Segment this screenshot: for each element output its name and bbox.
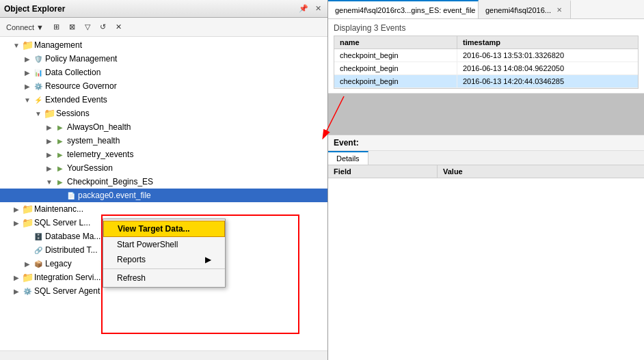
table-row[interactable]: checkpoint_begin 2016-06-13 14:20:44.034… — [334, 75, 638, 88]
tree-item-extended-events[interactable]: ▼ ⚡ Extended Events — [0, 93, 327, 107]
events-header: Displaying 3 Events — [334, 23, 639, 33]
expander-checkpoint[interactable]: ▼ — [44, 176, 55, 187]
events-area: Displaying 3 Events name timestamp check… — [328, 19, 644, 94]
tree-item-system-health[interactable]: ▶ ▶ system_health — [0, 134, 327, 148]
icon-sql-agent: ⚙️ — [22, 286, 33, 296]
icon-database-ma: 🗄️ — [33, 231, 44, 242]
label-policy-mgmt: Policy Management — [45, 54, 117, 64]
detail-grid-header: Field Value — [328, 165, 644, 178]
submenu-arrow-icon: ▶ — [205, 255, 211, 264]
context-menu: View Target Data... Start PowerShell Rep… — [103, 219, 226, 288]
expander-sql-agent[interactable]: ▶ — [11, 286, 22, 296]
tree-item-telemetry[interactable]: ▶ ▶ telemetry_xevents — [0, 148, 327, 161]
cell-ts-1: 2016-06-13 14:08:04.9622050 — [457, 62, 638, 74]
expander-legacy[interactable]: ▶ — [22, 258, 33, 269]
expander-integration[interactable]: ▶ — [11, 272, 22, 283]
label-maintenance: Maintenanc... — [34, 204, 83, 214]
refresh-button[interactable]: ↺ — [96, 20, 109, 33]
label-sql-agent: SQL Server Agent — [34, 286, 100, 296]
expander-database-ma — [22, 231, 33, 242]
table-row[interactable]: checkpoint_begin 2016-06-13 13:53:01.332… — [334, 49, 638, 62]
gray-area — [328, 94, 644, 135]
ctx-reports[interactable]: Reports ▶ — [103, 252, 225, 267]
ctx-view-target-label: View Target Data... — [118, 224, 190, 234]
icon-telemetry: ▶ — [55, 149, 66, 160]
stop-button[interactable]: ⊠ — [66, 20, 79, 33]
oe-tree[interactable]: ▼ 📁 Management ▶ 🛡️ Policy Management ▶ … — [0, 37, 327, 350]
tab-bar: genemi4f\sql2016rc3...gins_ES: event_fil… — [328, 0, 644, 19]
oe-toolbar: Connect ▼ ⊞ ⊠ ▽ ↺ ✕ — [0, 18, 327, 37]
icon-data-collection: 📊 — [33, 67, 44, 78]
expander-policy[interactable]: ▶ — [22, 53, 33, 64]
expander-sql-server[interactable]: ▶ — [11, 217, 22, 228]
label-integration: Integration Servi... — [34, 273, 100, 282]
detail-col-value: Value — [438, 165, 644, 178]
cell-name-2: checkpoint_begin — [334, 75, 457, 87]
icon-checkpoint: ▶ — [55, 176, 66, 187]
detail-tab-details[interactable]: Details — [328, 151, 368, 165]
detail-tabs: Details — [328, 151, 644, 165]
tree-item-resource-governor[interactable]: ▶ ⚙️ Resource Governor — [0, 79, 327, 93]
icon-legacy: 📦 — [33, 258, 44, 269]
ctx-refresh[interactable]: Refresh — [103, 271, 225, 286]
expander-resource[interactable]: ▶ — [22, 81, 33, 92]
label-checkpoint: Checkpoint_Begins_ES — [67, 177, 153, 186]
new-query-button[interactable]: ⊞ — [50, 20, 63, 33]
cell-ts-2: 2016-06-13 14:20:44.0346285 — [457, 75, 638, 87]
tree-item-your-session[interactable]: ▶ ▶ YourSession — [0, 161, 327, 175]
tab-other-close-icon[interactable]: ✕ — [555, 5, 563, 14]
label-your-session: YourSession — [67, 163, 113, 173]
tab-event-file[interactable]: genemi4f\sql2016rc3...gins_ES: event_fil… — [328, 0, 479, 18]
icon-resource: ⚙️ — [33, 81, 44, 92]
grid-header: name timestamp — [334, 36, 638, 49]
ctx-refresh-label: Refresh — [117, 273, 146, 283]
label-management: Management — [34, 40, 82, 50]
table-row[interactable]: checkpoint_begin 2016-06-13 14:08:04.962… — [334, 62, 638, 75]
ctx-separator — [103, 268, 225, 269]
tree-item-policy-mgmt[interactable]: ▶ 🛡️ Policy Management — [0, 52, 327, 66]
label-sql-server: SQL Server L... — [34, 218, 90, 227]
expander-data-collection[interactable]: ▶ — [22, 67, 33, 78]
folder-icon-management: 📁 — [22, 40, 33, 51]
oe-title-icons: 📌 ✕ — [297, 3, 323, 14]
icon-distributed: 🔗 — [33, 245, 44, 255]
tree-item-checkpoint[interactable]: ▼ ▶ Checkpoint_Begins_ES — [0, 175, 327, 189]
col-header-name: name — [334, 36, 457, 49]
event-detail-header: Event: — [328, 135, 644, 151]
tree-item-alwayson[interactable]: ▶ ▶ AlwaysOn_health — [0, 120, 327, 134]
label-telemetry: telemetry_xevents — [67, 150, 133, 159]
delete-button[interactable]: ✕ — [112, 20, 125, 33]
folder-icon-sql-server: 📁 — [22, 217, 33, 228]
ctx-view-target[interactable]: View Target Data... — [103, 221, 225, 237]
events-grid: name timestamp checkpoint_begin 2016-06-… — [334, 36, 639, 89]
folder-icon-sessions: 📁 — [44, 108, 55, 119]
label-system-health: system_health — [67, 136, 120, 146]
label-resource-governor: Resource Governor — [45, 81, 117, 91]
expander-your-session[interactable]: ▶ — [44, 163, 55, 174]
cell-name-0: checkpoint_begin — [334, 49, 457, 61]
tree-item-maintenance[interactable]: ▶ 📁 Maintenanc... — [0, 202, 327, 216]
expander-alwayson[interactable]: ▶ — [44, 122, 55, 133]
close-icon[interactable]: ✕ — [313, 3, 323, 14]
expander-maintenance[interactable]: ▶ — [11, 204, 22, 214]
expander-management[interactable]: ▼ — [11, 40, 22, 51]
object-explorer: Object Explorer 📌 ✕ Connect ▼ ⊞ ⊠ ▽ ↺ ✕ … — [0, 0, 328, 360]
icon-system-health: ▶ — [55, 135, 66, 146]
detail-tab-details-label: Details — [336, 154, 360, 163]
tree-item-data-collection[interactable]: ▶ 📊 Data Collection — [0, 66, 327, 79]
tree-item-management[interactable]: ▼ 📁 Management — [0, 38, 327, 52]
expander-system-health[interactable]: ▶ — [44, 135, 55, 146]
ctx-start-ps[interactable]: Start PowerShell — [103, 237, 225, 252]
detail-grid: Field Value — [328, 165, 644, 360]
horizontal-scrollbar[interactable] — [0, 350, 327, 360]
tree-item-package0[interactable]: 📄 package0.event_file — [0, 189, 327, 202]
expander-extended[interactable]: ▼ — [22, 94, 33, 105]
connect-button[interactable]: Connect ▼ — [3, 21, 47, 33]
tab-other[interactable]: genemi4f\sql2016... ✕ — [479, 0, 571, 18]
expander-sessions[interactable]: ▼ — [33, 108, 44, 119]
expander-telemetry[interactable]: ▶ — [44, 149, 55, 160]
icon-package0: 📄 — [66, 190, 77, 201]
tree-item-sessions[interactable]: ▼ 📁 Sessions — [0, 107, 327, 120]
filter-button[interactable]: ▽ — [81, 20, 94, 33]
pin-icon[interactable]: 📌 — [297, 3, 310, 14]
